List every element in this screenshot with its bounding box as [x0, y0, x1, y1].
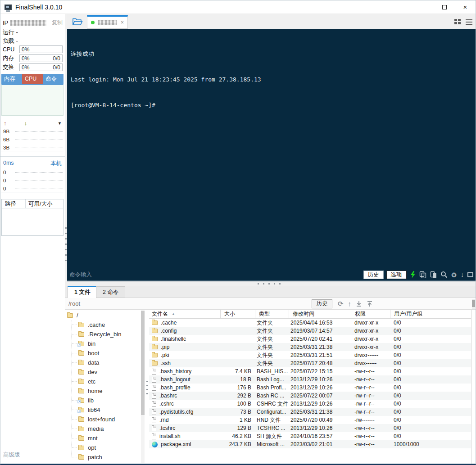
table-row[interactable]: .bash_profile176 BBash Profi...2013/12/2…: [149, 384, 471, 392]
terminal[interactable]: 连接成功 Last login: Mon Jul 21 18:23:45 202…: [67, 29, 476, 281]
options-button[interactable]: 选项: [386, 271, 407, 279]
panel-splitter-grip[interactable]: [258, 283, 283, 284]
tab-close-icon[interactable]: ×: [121, 19, 124, 26]
tab-memory[interactable]: 内存: [1, 74, 22, 84]
maximize-button[interactable]: [434, 0, 455, 14]
tab-commands[interactable]: 2 命令: [96, 286, 125, 298]
panel-splitter[interactable]: [65, 281, 476, 286]
file-icon: [152, 385, 156, 391]
tree-item[interactable]: etc: [72, 377, 141, 386]
cell-owner: 0/0: [390, 360, 471, 366]
net-tick: 9B: [1, 129, 15, 134]
history-button[interactable]: 历史: [363, 271, 384, 279]
cell-mtime: 2025/07/20 00:49: [289, 417, 351, 423]
tab-files[interactable]: 1 文件: [68, 286, 97, 298]
filename-text: .bashrc: [159, 393, 177, 399]
col-type[interactable]: 类型: [255, 310, 289, 318]
table-row[interactable]: .pki文件夹2025/03/31 21:51drwxr------0/0: [149, 351, 471, 359]
open-connection-button[interactable]: [71, 16, 84, 27]
col-perm[interactable]: 权限: [351, 310, 390, 318]
layout-grid-icon[interactable]: [454, 19, 461, 25]
cell-perm: -rw-r--r--: [351, 433, 390, 439]
table-row[interactable]: install.sh46.2 KBSH 源文件2024/10/16 23:57-…: [149, 432, 471, 440]
table-row[interactable]: .ssh文件夹2025/07/17 20:48drwx------0/0: [149, 359, 471, 367]
cell-type: 文件夹: [255, 327, 289, 335]
download-icon[interactable]: [356, 301, 362, 307]
cell-mtime: 2025/04/04 16:53: [289, 320, 351, 326]
tree-item[interactable]: data: [72, 358, 141, 367]
path-history-button[interactable]: 历史: [312, 299, 332, 308]
table-row[interactable]: .tcshrc129 BTCSHRC ...2013/12/29 10:26-r…: [149, 424, 471, 432]
tree-item[interactable]: ↗lib: [72, 396, 141, 405]
tree-item-label: lost+found: [88, 416, 115, 423]
copy-ip-button[interactable]: 复制: [52, 19, 63, 27]
col-filename[interactable]: 文件名 ▲: [149, 310, 220, 318]
table-row[interactable]: .bash_logout18 BBash Log...2013/12/29 10…: [149, 375, 471, 384]
table-row[interactable]: .pydistutils.cfg73 BConfigurat...2025/03…: [149, 408, 471, 416]
tree-item[interactable]: media: [72, 424, 141, 433]
terminal-line: [root@VM-8-14-centos ~]#: [71, 101, 472, 109]
tab-cpu[interactable]: CPU: [22, 74, 43, 84]
cell-mtime: 2025/03/31 21:38: [289, 344, 351, 350]
tree-item[interactable]: ↗lib64: [72, 405, 141, 415]
tree-scrollbar[interactable]: [141, 311, 145, 463]
cell-filename: .config: [149, 328, 220, 334]
path-scrollbar[interactable]: [472, 299, 475, 309]
session-tab[interactable]: ×: [87, 15, 128, 29]
settings-gear-icon[interactable]: ⚙: [451, 271, 457, 278]
folder-icon: [78, 436, 84, 441]
disk-col-free: 可用/大小: [26, 199, 52, 208]
tab-command[interactable]: 命令: [43, 74, 63, 84]
parent-dir-icon[interactable]: ↑: [348, 300, 352, 307]
tree-item-label: etc: [88, 378, 95, 385]
table-row[interactable]: .cache文件夹2025/04/04 16:53drwxr-xr-x0/0: [149, 319, 471, 327]
tree-item-label: lib64: [88, 406, 100, 413]
cell-type: TCSHRC ...: [255, 425, 289, 431]
splitter-grip[interactable]: [65, 227, 67, 261]
table-row[interactable]: .pip文件夹2025/03/31 21:38drwxr-xr-x0/0: [149, 343, 471, 351]
chart-dropdown-icon[interactable]: ▼: [58, 121, 62, 126]
tree-item[interactable]: patch: [72, 452, 141, 462]
tree-item[interactable]: .cache: [72, 320, 141, 330]
ping-latency: 0ms: [3, 160, 14, 167]
search-icon[interactable]: [440, 271, 448, 278]
tree-item[interactable]: opt: [72, 443, 141, 452]
command-input[interactable]: [69, 271, 361, 278]
terminal-line: 连接成功: [71, 50, 472, 58]
tree-item[interactable]: ↗bin: [72, 339, 141, 348]
table-row[interactable]: .rnd1 KBRND 文件2025/07/20 00:49-rw-------…: [149, 416, 471, 424]
tree-item[interactable]: boot: [72, 348, 141, 358]
col-owner[interactable]: 用户/用户组: [390, 310, 471, 318]
tree-item[interactable]: dev: [72, 367, 141, 377]
table-row[interactable]: .cshrc100 BCSHRC 文件2013/12/29 10:26-rw-r…: [149, 400, 471, 408]
copy-icon[interactable]: [419, 271, 426, 278]
col-mtime[interactable]: 修改时间: [289, 310, 351, 318]
close-button[interactable]: ×: [455, 0, 476, 14]
tree-item-label: bin: [88, 340, 95, 347]
tree-item[interactable]: .Recycle_bin: [72, 330, 141, 339]
tree-table-splitter[interactable]: [145, 310, 149, 464]
table-row[interactable]: .bashrc292 BBash RC ...2025/07/22 00:07-…: [149, 392, 471, 400]
refresh-icon[interactable]: ⟳: [338, 300, 344, 307]
menu-icon[interactable]: [466, 19, 472, 25]
minimize-button[interactable]: [413, 0, 434, 14]
table-row[interactable]: .config文件夹2019/03/07 14:57drwxr-xr-x0/0: [149, 327, 471, 335]
tree-root[interactable]: /: [67, 311, 141, 320]
table-row[interactable]: .bash_history7.4 KBBASH_HIS...2025/07/22…: [149, 367, 471, 375]
window-title: FinalShell 3.0.10: [15, 4, 62, 11]
power-lightning-icon[interactable]: [410, 271, 416, 278]
path-input[interactable]: [68, 300, 312, 307]
disk-col-path: 路径: [2, 199, 26, 208]
table-row[interactable]: .finalshellc文件夹2025/07/20 02:41drwxr-xr-…: [149, 335, 471, 343]
tree-item[interactable]: mnt: [72, 433, 141, 443]
col-size[interactable]: 大小: [220, 310, 255, 318]
tree-item[interactable]: lost+found: [72, 415, 141, 424]
folder-icon: [78, 417, 84, 422]
window-mode-icon[interactable]: [467, 272, 473, 277]
tree-item[interactable]: home: [72, 386, 141, 396]
paste-icon[interactable]: [430, 271, 437, 278]
table-row[interactable]: package.xml243.7 KBMicrosoft ...2023/03/…: [149, 440, 471, 448]
scroll-down-icon[interactable]: ↓: [461, 271, 464, 278]
upload-icon[interactable]: [367, 301, 373, 307]
filename-text: package.xml: [161, 441, 191, 447]
